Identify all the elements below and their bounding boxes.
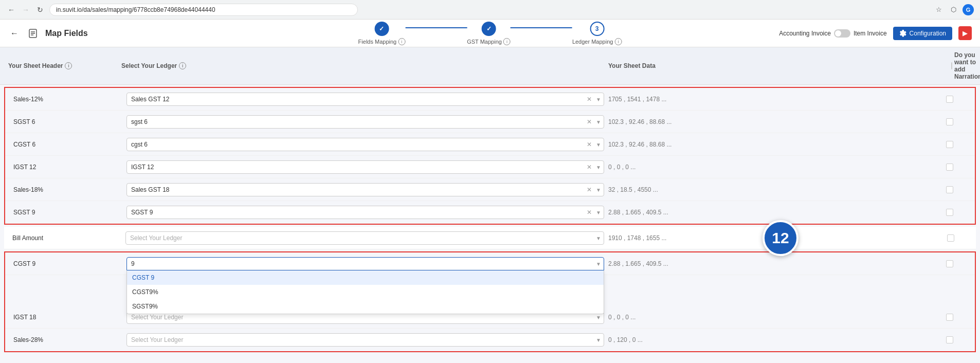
- clear-icon[interactable]: ✕: [587, 209, 592, 216]
- ledger-header-info-icon[interactable]: i: [179, 62, 186, 69]
- reload-btn[interactable]: ↻: [35, 5, 45, 15]
- table-row: Sales-18% Sales GST 18 ✕ ▼ 32 , 18.5 , 4…: [5, 178, 975, 201]
- red-box-bottom: CGST 9 ▼ CGST 9 CGST9% SGST9% 2.88 , 1.6…: [4, 251, 976, 352]
- extensions-icon[interactable]: ⬡: [948, 5, 958, 15]
- ledger-select-wrapper-billamount[interactable]: Select Your Ledger ▼: [125, 231, 604, 245]
- stepper: ✓ Fields Mapping i ✓ GST Mapping i 3 Led…: [358, 22, 622, 45]
- clear-icon[interactable]: ✕: [587, 141, 592, 148]
- back-button[interactable]: ←: [8, 27, 21, 40]
- caret-down-icon[interactable]: ▼: [596, 164, 601, 170]
- step1-label: Fields Mapping i: [358, 38, 406, 45]
- narration-checkbox[interactable]: [946, 141, 953, 148]
- configuration-button[interactable]: Configuration: [893, 27, 952, 40]
- ledger-search-input[interactable]: [126, 257, 604, 270]
- ledger-select-wrapper-sgst9[interactable]: SGST 9 ✕ ▼: [126, 206, 604, 219]
- narration-checkbox[interactable]: [946, 96, 953, 103]
- forward-nav-btn[interactable]: →: [21, 5, 31, 15]
- address-bar[interactable]: in.suvit.io/da/sales/mapping/6778ccb8e74…: [49, 4, 358, 16]
- sheet-header-cell: IGST 12: [13, 164, 126, 171]
- config-btn-label: Configuration: [910, 30, 946, 37]
- ledger-select-billamount[interactable]: Select Your Ledger: [125, 231, 604, 245]
- data-values-cell: 1705 , 1541 , 1478 ...: [608, 96, 946, 103]
- user-avatar[interactable]: G: [963, 4, 974, 15]
- sheet-header-info-icon[interactable]: i: [65, 62, 72, 69]
- dropdown-item[interactable]: CGST 9: [127, 270, 604, 285]
- narration-checkbox-cell: [946, 260, 967, 267]
- sheet-header-cell: Bill Amount: [12, 234, 125, 242]
- step3-info-icon[interactable]: i: [614, 38, 622, 45]
- narration-checkbox[interactable]: [946, 314, 953, 321]
- table-row: Sales-12% Sales GST 12 ✕ ▼ 1705 , 1541 ,…: [5, 88, 975, 111]
- dropdown-item[interactable]: CGST9%: [127, 285, 604, 299]
- back-nav-btn[interactable]: ←: [6, 5, 16, 15]
- star-icon[interactable]: ☆: [934, 5, 944, 15]
- invoice-toggle-switch[interactable]: [834, 29, 850, 38]
- data-values-cell: 2.88 , 1.665 , 409.5 ...: [608, 209, 946, 216]
- clear-icon[interactable]: ✕: [587, 96, 592, 103]
- step1-info-icon[interactable]: i: [398, 38, 405, 45]
- dropdown-item[interactable]: SGST9%: [127, 299, 604, 314]
- ledger-select-wrapper-sales18[interactable]: Sales GST 18 ✕ ▼: [126, 183, 604, 196]
- step2-info-icon[interactable]: i: [503, 38, 511, 45]
- clear-icon[interactable]: ✕: [587, 118, 592, 125]
- step1-circle: ✓: [374, 22, 389, 36]
- large-badge: 12: [763, 220, 798, 256]
- dropdown-container: ▼ CGST 9 CGST9% SGST9%: [126, 257, 604, 270]
- narration-checkbox-cell: [946, 118, 967, 125]
- ledger-select-wrapper-igst12[interactable]: IGST 12 ✕ ▼: [126, 160, 604, 174]
- data-values-cell: 32 , 18.5 , 4550 ...: [608, 186, 946, 193]
- ledger-select-sales12[interactable]: Sales GST 12: [126, 93, 604, 106]
- ledger-cell: IGST 12 ✕ ▼: [126, 160, 608, 174]
- page-doc-icon: [26, 26, 40, 41]
- invoice-toggle-group: Accounting Invoice Item Invoice: [779, 29, 886, 38]
- app-header: ← Map Fields ✓ Fields Mapping i ✓ GST M: [0, 20, 980, 47]
- data-values-cell: 102.3 , 92.46 , 88.68 ...: [608, 118, 946, 125]
- ledger-select-sgst9[interactable]: SGST 9: [126, 206, 604, 219]
- step-line-1: [405, 27, 467, 28]
- step-fields-mapping: ✓ Fields Mapping i: [358, 22, 406, 45]
- ledger-select-sgst6[interactable]: sgst 6: [126, 115, 604, 129]
- narration-checkbox[interactable]: [946, 209, 953, 216]
- clear-icon[interactable]: ✕: [587, 164, 592, 171]
- table-row: IGST 12 IGST 12 ✕ ▼ 0 , 0 , 0 ...: [5, 156, 975, 178]
- ledger-select-sales18[interactable]: Sales GST 18: [126, 183, 604, 196]
- step3-circle: 3: [590, 22, 604, 36]
- red-action-button[interactable]: ▶: [958, 26, 972, 40]
- caret-down-icon[interactable]: ▼: [596, 314, 601, 320]
- sheet-header-cell: Sales-12%: [13, 96, 126, 103]
- ledger-select-igst12[interactable]: IGST 12: [126, 160, 604, 174]
- ledger-select-sales28[interactable]: Select Your Ledger: [126, 333, 604, 347]
- sheet-header-cell: IGST 18: [13, 314, 126, 321]
- clear-icon[interactable]: ✕: [587, 186, 592, 193]
- caret-down-icon[interactable]: ▼: [596, 187, 601, 192]
- caret-down-icon[interactable]: ▼: [596, 119, 601, 124]
- narration-checkbox[interactable]: [946, 260, 953, 267]
- step3-label: Ledger Mapping i: [572, 38, 622, 45]
- caret-down-icon[interactable]: ▼: [596, 141, 601, 147]
- item-invoice-label: Item Invoice: [854, 30, 887, 37]
- col-header-data: Your Sheet Data: [608, 51, 951, 80]
- narration-checkbox[interactable]: [946, 336, 953, 343]
- ledger-select-wrapper-sgst6[interactable]: sgst 6 ✕ ▼: [126, 115, 604, 129]
- narration-checkbox[interactable]: [946, 186, 953, 193]
- narration-checkbox-cell: [946, 164, 967, 171]
- narration-checkbox[interactable]: [946, 118, 953, 125]
- caret-down-icon[interactable]: ▼: [596, 235, 601, 241]
- bill-amount-row: Bill Amount Select Your Ledger ▼ 1910 , …: [4, 227, 976, 249]
- narration-checkbox[interactable]: [947, 234, 954, 242]
- caret-down-icon[interactable]: ▼: [596, 96, 601, 102]
- ledger-select-wrapper-cgst6[interactable]: cgst 6 ✕ ▼: [126, 138, 604, 151]
- caret-down-icon[interactable]: ▼: [596, 210, 601, 215]
- caret-down-icon[interactable]: ▼: [596, 337, 601, 343]
- ledger-select-wrapper[interactable]: Sales GST 12 ✕ ▼: [126, 93, 604, 106]
- ledger-cell: Sales GST 12 ✕ ▼: [126, 93, 608, 106]
- ledger-select-wrapper-sales28[interactable]: Select Your Ledger ▼: [126, 333, 604, 347]
- browser-chrome: ← → ↻ in.suvit.io/da/sales/mapping/6778c…: [0, 0, 980, 20]
- ledger-select-cgst6[interactable]: cgst 6: [126, 138, 604, 151]
- narration-checkbox-cell: [946, 314, 967, 321]
- narration-checkbox[interactable]: [946, 164, 953, 171]
- ledger-cell: Select Your Ledger ▼: [125, 231, 608, 245]
- data-values-cell: 2.88 , 1.665 , 409.5 ...: [608, 260, 946, 267]
- page-title: Map Fields: [45, 29, 88, 38]
- narration-master-checkbox[interactable]: [951, 62, 952, 69]
